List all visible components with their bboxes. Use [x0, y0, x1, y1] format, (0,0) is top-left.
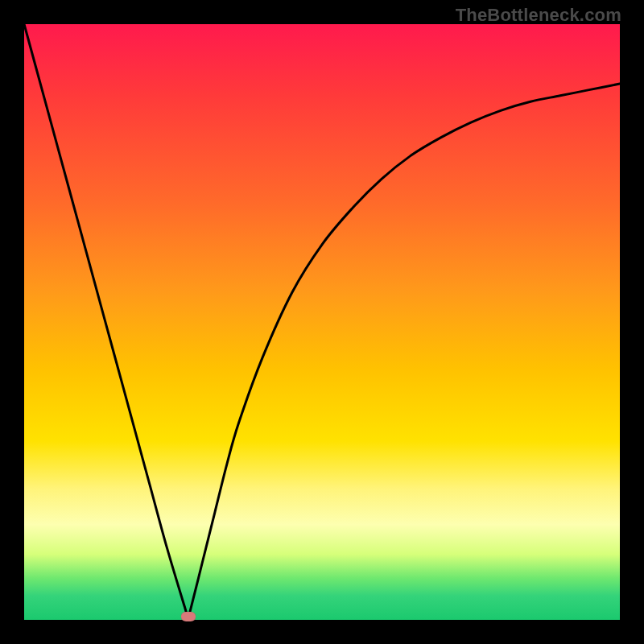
- optimum-point: [181, 612, 196, 621]
- bottleneck-curve: [24, 24, 620, 617]
- chart-frame: TheBottleneck.com: [0, 0, 644, 644]
- attribution-text: TheBottleneck.com: [456, 5, 621, 26]
- curve-layer: [24, 24, 620, 620]
- plot-area: [24, 24, 620, 620]
